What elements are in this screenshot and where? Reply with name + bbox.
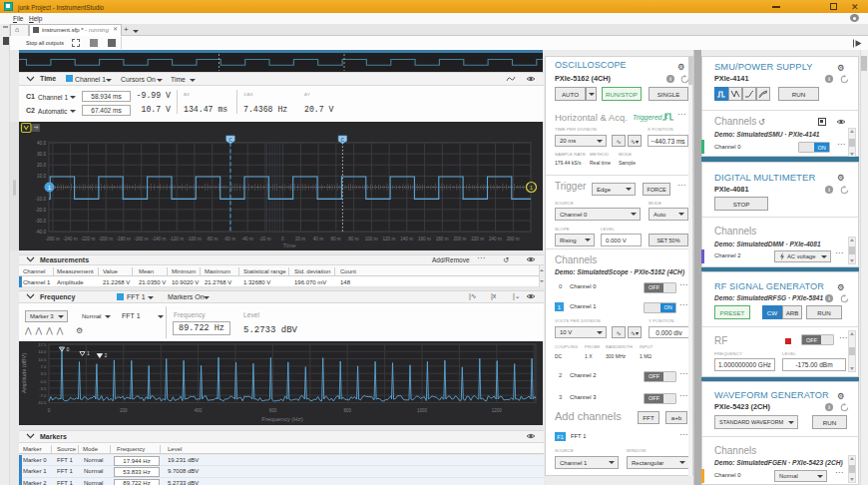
- svg-text:160 m: 160 m: [418, 237, 431, 242]
- svg-text:20 m: 20 m: [295, 237, 305, 242]
- svg-text:0.0: 0.0: [41, 379, 48, 384]
- svg-text:600: 600: [269, 408, 277, 413]
- svg-text:-30.0: -30.0: [36, 219, 47, 224]
- svg-text:7.0: 7.0: [41, 364, 48, 369]
- svg-text:400: 400: [195, 408, 203, 413]
- svg-text:120 m: 120 m: [383, 237, 396, 242]
- svg-text:-3.5: -3.5: [39, 386, 47, 391]
- svg-text:10.5: 10.5: [38, 357, 47, 362]
- svg-text:-240 m: -240 m: [63, 237, 77, 242]
- svg-text:-260 m: -260 m: [45, 237, 59, 242]
- svg-text:1000: 1000: [417, 408, 428, 413]
- svg-text:14.0: 14.0: [38, 349, 47, 354]
- svg-text:-10.5: -10.5: [37, 400, 47, 405]
- svg-text:-200 m: -200 m: [99, 237, 113, 242]
- svg-text:3.5: 3.5: [41, 371, 48, 376]
- svg-text:80 m: 80 m: [348, 237, 358, 242]
- svg-text:40.0: 40.0: [37, 141, 46, 146]
- svg-text:-120 m: -120 m: [170, 237, 184, 242]
- svg-text:-80 m: -80 m: [207, 237, 218, 242]
- svg-text:C: C: [228, 137, 232, 143]
- svg-text:800: 800: [343, 408, 351, 413]
- svg-text:-20.0: -20.0: [36, 208, 47, 213]
- svg-text:240 m: 240 m: [489, 237, 502, 242]
- svg-text:100 m: 100 m: [365, 237, 378, 242]
- svg-text:-20 m: -20 m: [259, 237, 271, 242]
- svg-text:-160 m: -160 m: [134, 237, 148, 242]
- svg-text:-40 m: -40 m: [241, 237, 253, 242]
- svg-text:1200: 1200: [492, 408, 503, 413]
- svg-text:2: 2: [104, 352, 107, 358]
- svg-text:20.0: 20.0: [37, 163, 46, 168]
- svg-text:140 m: 140 m: [400, 237, 413, 242]
- svg-text:C: C: [341, 137, 345, 143]
- svg-text:1: 1: [87, 350, 90, 356]
- svg-text:220 m: 220 m: [471, 237, 484, 242]
- svg-text:0: 0: [48, 408, 51, 413]
- svg-text:-7.0: -7.0: [39, 393, 47, 398]
- svg-text:-140 m: -140 m: [152, 237, 166, 242]
- svg-text:-180 m: -180 m: [116, 237, 130, 242]
- svg-text:0: 0: [281, 237, 284, 242]
- svg-text:Amplitude (dBV): Amplitude (dBV): [21, 353, 27, 393]
- svg-text:0: 0: [67, 346, 70, 352]
- svg-text:40 m: 40 m: [313, 237, 323, 242]
- svg-text:-100 m: -100 m: [187, 237, 201, 242]
- svg-text:30.0: 30.0: [37, 152, 46, 157]
- svg-text:-60 m: -60 m: [223, 237, 235, 242]
- svg-text:180 m: 180 m: [436, 237, 449, 242]
- svg-text:Frequency (Hz): Frequency (Hz): [261, 416, 302, 422]
- svg-text:Time: Time: [282, 242, 296, 248]
- svg-text:-40.0: -40.0: [36, 230, 47, 235]
- svg-text:200: 200: [120, 408, 128, 413]
- svg-text:200 m: 200 m: [454, 237, 467, 242]
- svg-text:-220 m: -220 m: [81, 237, 95, 242]
- svg-text:60 m: 60 m: [330, 237, 340, 242]
- svg-text:260 m: 260 m: [507, 237, 520, 242]
- svg-text:10.0: 10.0: [37, 174, 46, 179]
- svg-text:-10.0: -10.0: [36, 197, 47, 202]
- svg-text:17.5: 17.5: [38, 342, 47, 347]
